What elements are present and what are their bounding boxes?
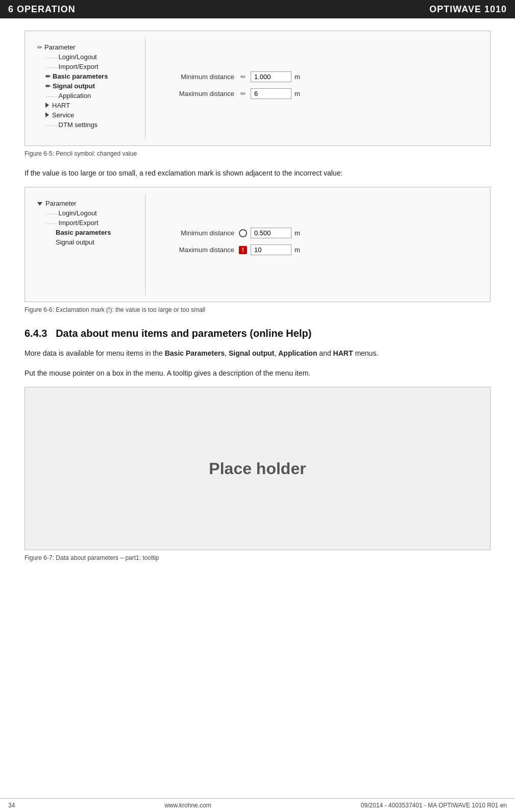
menu-label-basic: Basic parameters — [53, 72, 108, 80]
min-distance-label-2: Minimum distance — [158, 229, 234, 237]
menu-item-service: Service — [37, 110, 141, 120]
menu-label-parameter-2: Parameter — [45, 200, 77, 207]
term-hart: HART — [333, 349, 353, 357]
min-distance-unit-1: m — [295, 73, 300, 81]
body-text-2: More data is available for menu items in… — [24, 348, 491, 359]
arrow-icon-service — [45, 111, 50, 119]
product-name: OPTIWAVE 1010 — [429, 4, 507, 15]
footer-doc-info: 09/2014 - 4003537401 - MA OPTIWAVE 1010 … — [361, 802, 507, 809]
triangle-down-icon — [37, 200, 43, 207]
max-distance-input-1[interactable] — [251, 88, 291, 99]
pencil-icon-basic: ✏ — [45, 73, 51, 80]
dots-login-2: - - - - - — [45, 210, 57, 216]
pencil-icon-signal: ✏ — [45, 83, 51, 90]
dots-import: - - - - - — [45, 64, 57, 70]
page-content: ✏ Parameter - - - - - Login/Logout - - -… — [0, 18, 515, 592]
footer-website: www.krohne.com — [164, 802, 211, 809]
term-basic-params: Basic Parameters — [165, 349, 225, 357]
menu-label-import-2: Import/Export — [59, 219, 99, 227]
term-signal-output: Signal output — [229, 349, 274, 357]
menu-label-signal-2: Signal output — [56, 238, 94, 246]
figure-6-6-fields: Minimum distance m Maximum distance ! m — [145, 193, 482, 296]
figure-6-7-box: Place holder — [24, 387, 491, 550]
menu-item-parameter-2: Parameter — [37, 199, 141, 208]
pencil-icon-parameter: ✏ — [37, 44, 42, 51]
min-distance-row-2: Minimum distance m — [158, 228, 470, 238]
figure-6-5-layout: ✏ Parameter - - - - - Login/Logout - - -… — [33, 37, 482, 139]
dots-dtm: - - - - - — [45, 122, 57, 128]
menu-item-basic-params-2: Basic parameters — [37, 228, 141, 237]
menu-label-login: Login/Logout — [59, 53, 97, 61]
figure-6-6-caption: Figure 6-6: Exclamation mark (!): the va… — [24, 306, 491, 313]
menu-item-dtm: - - - - - DTM settings — [37, 120, 141, 130]
section-label: 6 OPERATION — [8, 4, 76, 15]
min-distance-unit-2: m — [295, 229, 300, 237]
menu-item-signal-2: Signal output — [37, 237, 141, 247]
circle-icon-min — [238, 229, 248, 238]
menu-item-import: - - - - - Import/Export — [37, 62, 141, 71]
menu-label-basic-2: Basic parameters — [56, 229, 111, 236]
menu-label-service: Service — [52, 111, 74, 119]
figure-6-5-caption: Figure 6-5: Pencil symbol: changed value — [24, 150, 491, 157]
figure-6-5-box: ✏ Parameter - - - - - Login/Logout - - -… — [24, 31, 491, 146]
max-distance-unit-1: m — [295, 90, 300, 97]
menu-label-import: Import/Export — [59, 63, 99, 70]
menu-label-application: Application — [59, 92, 91, 100]
arrow-icon-hart — [45, 102, 50, 109]
page-footer: 34 www.krohne.com 09/2014 - 4003537401 -… — [0, 798, 515, 812]
menu-label-parameter: Parameter — [44, 43, 76, 51]
menu-item-hart: HART — [37, 101, 141, 110]
dots-import-2: - - - - - — [45, 220, 57, 226]
section-6-4-3-title: Data about menu items and parameters (on… — [50, 328, 311, 339]
placeholder-text: Place holder — [209, 459, 306, 478]
max-distance-input-2[interactable] — [251, 244, 291, 255]
max-distance-row-2: Maximum distance ! m — [158, 244, 470, 255]
page-header: 6 OPERATION OPTIWAVE 1010 — [0, 0, 515, 18]
menu-item-login: - - - - - Login/Logout — [37, 52, 141, 62]
menu-item-login-2: - - - - - Login/Logout — [37, 208, 141, 218]
figure-6-6-box: Parameter - - - - - Login/Logout - - - -… — [24, 187, 491, 302]
min-distance-input-1[interactable] — [251, 71, 291, 82]
menu-tree-1: ✏ Parameter - - - - - Login/Logout - - -… — [33, 37, 145, 139]
min-distance-input-2[interactable] — [251, 228, 291, 238]
menu-item-import-2: - - - - - Import/Export — [37, 218, 141, 228]
menu-item-signal-output: ✏ Signal output — [37, 81, 141, 91]
body-text-1: If the value is too large or too small, … — [24, 167, 491, 179]
min-distance-label-1: Minimum distance — [158, 73, 234, 81]
menu-label-login-2: Login/Logout — [59, 209, 97, 217]
footer-page-num: 34 — [8, 802, 15, 809]
exclaim-icon-max: ! — [238, 245, 248, 255]
pencil-icon-max-1: ✏ — [238, 89, 248, 99]
section-6-4-3-num: 6.4.3 — [24, 328, 47, 339]
term-application: Application — [278, 349, 317, 357]
section-6-4-3-heading: 6.4.3 Data about menu items and paramete… — [24, 328, 491, 339]
menu-label-dtm: DTM settings — [59, 121, 98, 129]
menu-item-parameter: ✏ Parameter — [37, 42, 141, 52]
figure-6-7-caption: Figure 6-7: Data about parameters – part… — [24, 554, 491, 561]
max-distance-label-2: Maximum distance — [158, 246, 234, 254]
menu-label-hart: HART — [52, 102, 70, 109]
max-distance-label-1: Maximum distance — [158, 90, 234, 97]
figure-6-5-fields: Minimum distance ✏ m Maximum distance ✏ … — [145, 37, 482, 139]
dots-application: - - - - - — [45, 93, 57, 99]
min-distance-row-1: Minimum distance ✏ m — [158, 71, 470, 82]
menu-item-basic-params: ✏ Basic parameters — [37, 71, 141, 81]
max-distance-unit-2: m — [295, 246, 300, 254]
menu-item-application: - - - - - Application — [37, 91, 141, 101]
body-text-3: Put the mouse pointer on a box in the me… — [24, 367, 491, 379]
menu-label-signal: Signal output — [53, 82, 95, 90]
menu-tree-2: Parameter - - - - - Login/Logout - - - -… — [33, 193, 145, 296]
dots-login: - - - - - — [45, 54, 57, 60]
pencil-icon-min-1: ✏ — [238, 72, 248, 82]
figure-6-6-layout: Parameter - - - - - Login/Logout - - - -… — [33, 193, 482, 296]
max-distance-row-1: Maximum distance ✏ m — [158, 88, 470, 99]
